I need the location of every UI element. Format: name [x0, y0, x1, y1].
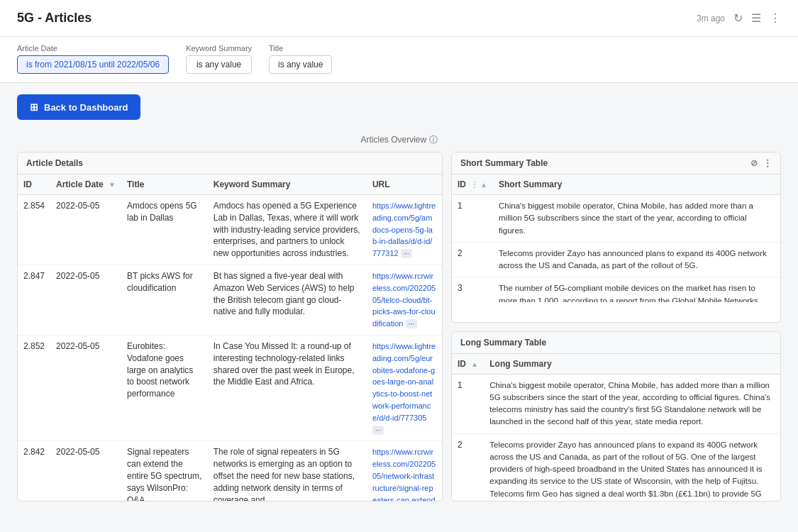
cell-url: https://www.rcrwireless.com/20220505/net… [367, 441, 442, 501]
long-summary-title: Long Summary Table [460, 338, 546, 348]
article-details-title: Article Details [26, 158, 83, 168]
col-url: URL [367, 174, 442, 195]
long-id-sort-icon: ▲ [471, 360, 478, 368]
cell-keyword: The role of signal repeaters in 5G netwo… [208, 441, 367, 501]
cell-url: https://www.lightreading.com/5g/eurobite… [367, 335, 442, 440]
short-summary-header: Short Summary Table ⊘ ⋮ [452, 153, 780, 174]
cell-id: 2.854 [18, 195, 50, 265]
tables-row: Article Details ID Article Date ▼ Title … [17, 152, 781, 501]
filter-keyword-group: Keyword Summary is any value [186, 44, 252, 74]
filter-title-group: Title is any value [269, 44, 332, 74]
filter-icon[interactable]: ☰ [751, 11, 761, 25]
long-summary-table: ID ▲ Long Summary 1 China's biggest mobi… [452, 354, 780, 502]
article-details-header-row: ID Article Date ▼ Title Keyword Summary … [18, 174, 442, 195]
table-row: 2 Telecoms provider Zayo has announced p… [452, 433, 780, 501]
cell-date: 2022-05-05 [50, 265, 121, 335]
cell-date: 2022-05-05 [50, 441, 121, 501]
short-cell-id: 2 [452, 242, 493, 277]
back-icon: ⊞ [30, 101, 38, 113]
refresh-icon[interactable]: ↻ [733, 11, 743, 25]
short-summary-table-container[interactable]: ID ⋮ ▲ Short Summary 1 China's biggest m… [452, 174, 780, 302]
short-col-summary: Short Summary [493, 174, 780, 195]
short-summary-header-row: ID ⋮ ▲ Short Summary [452, 174, 780, 195]
article-details-table: ID Article Date ▼ Title Keyword Summary … [18, 174, 442, 501]
right-panels: Short Summary Table ⊘ ⋮ ID ⋮ ▲ Short Sum… [451, 152, 781, 501]
short-cell-id: 3 [452, 277, 493, 302]
filter-title-chip[interactable]: is any value [269, 55, 332, 74]
cell-date: 2022-05-05 [50, 195, 121, 265]
long-col-id[interactable]: ID ▲ [452, 354, 484, 375]
long-cell-id: 1 [452, 374, 484, 433]
article-details-panel: Article Details ID Article Date ▼ Title … [17, 152, 443, 501]
short-summary-table: ID ⋮ ▲ Short Summary 1 China's biggest m… [452, 174, 780, 302]
col-date[interactable]: Article Date ▼ [50, 174, 121, 195]
date-sort-icon: ▼ [109, 181, 116, 189]
cell-title: Signal repeaters can extend the entire 5… [121, 441, 208, 501]
short-col-id[interactable]: ID ⋮ ▲ [452, 174, 493, 195]
short-summary-panel: Short Summary Table ⊘ ⋮ ID ⋮ ▲ Short Sum… [451, 152, 781, 323]
cell-id: 2.842 [18, 441, 50, 501]
url-more[interactable]: ··· [406, 319, 417, 328]
top-bar: 5G - Articles 3m ago ↻ ☰ ⋮ [0, 0, 798, 37]
more-icon[interactable]: ⋮ [770, 11, 781, 25]
table-row: 2.854 2022-05-05 Amdocs opens 5G lab in … [18, 195, 442, 265]
filter-bar: Article Date is from 2021/08/15 until 20… [0, 37, 798, 83]
cell-url: https://www.lightreading.com/5g/amdocs-o… [367, 195, 442, 265]
url-more[interactable]: ··· [372, 426, 384, 435]
table-row: 1 China's biggest mobile operator, China… [452, 374, 780, 433]
cell-date: 2022-05-05 [50, 335, 121, 440]
long-cell-summary: Telecoms provider Zayo has announced pla… [484, 433, 780, 501]
short-summary-check-icon[interactable]: ⊘ [750, 158, 758, 168]
short-summary-title: Short Summary Table [460, 158, 548, 168]
cell-keyword: In Case You Missed It: a round-up of int… [208, 335, 367, 440]
table-row: 2.847 2022-05-05 BT picks AWS for cloudi… [18, 265, 442, 335]
col-keyword: Keyword Summary [208, 174, 367, 195]
table-row: 2.842 2022-05-05 Signal repeaters can ex… [18, 441, 442, 501]
short-cell-summary: The number of 5G-compliant mobile device… [493, 277, 780, 302]
long-col-summary: Long Summary [484, 354, 780, 375]
timestamp: 3m ago [697, 13, 725, 23]
table-row: 2 Telecoms provider Zayo has announced p… [452, 242, 780, 277]
long-summary-header: Long Summary Table [452, 332, 780, 354]
app-title: 5G - Articles [17, 11, 92, 26]
back-to-dashboard-button[interactable]: ⊞ Back to Dashboard [17, 94, 140, 120]
url-more[interactable]: ··· [401, 249, 412, 258]
filter-keyword-chip[interactable]: is any value [186, 55, 252, 74]
filter-keyword-label: Keyword Summary [186, 44, 252, 52]
long-summary-panel: Long Summary Table ID ▲ Long Summary 1 C… [451, 331, 781, 502]
long-summary-header-row: ID ▲ Long Summary [452, 354, 780, 375]
top-bar-right: 3m ago ↻ ☰ ⋮ [697, 11, 781, 25]
long-cell-summary: China's biggest mobile operator, China M… [484, 374, 780, 433]
filter-title-label: Title [269, 44, 332, 52]
back-button-label: Back to Dashboard [44, 102, 128, 113]
main-content: ⊞ Back to Dashboard Articles Overview ⓘ … [0, 83, 798, 513]
filter-date-group: Article Date is from 2021/08/15 until 20… [17, 44, 169, 74]
table-row: 1 China's biggest mobile operator, China… [452, 195, 780, 243]
short-cell-id: 1 [452, 195, 493, 243]
col-id: ID [18, 174, 50, 195]
filter-date-chip[interactable]: is from 2021/08/15 until 2022/05/06 [17, 55, 169, 74]
long-summary-table-container[interactable]: ID ▲ Long Summary 1 China's biggest mobi… [452, 354, 780, 502]
short-summary-more-icon[interactable]: ⋮ [763, 158, 772, 168]
cell-id: 2.852 [18, 335, 50, 440]
cell-title: BT picks AWS for cloudification [121, 265, 208, 335]
articles-overview-label: Articles Overview ⓘ [17, 134, 781, 146]
filter-date-label: Article Date [17, 44, 169, 52]
cell-title: Eurobites: Vodafone goes large on analyt… [121, 335, 208, 440]
table-row: 3 The number of 5G-compliant mobile devi… [452, 277, 780, 302]
short-id-sort-icon: ⋮ ▲ [471, 181, 487, 189]
cell-title: Amdocs opens 5G lab in Dallas [121, 195, 208, 265]
cell-keyword: Bt has signed a five-year deal with Amaz… [208, 265, 367, 335]
col-title: Title [121, 174, 208, 195]
short-cell-summary: Telecoms provider Zayo has announced pla… [493, 242, 780, 277]
cell-keyword: Amdocs has opened a 5G Experience Lab in… [208, 195, 367, 265]
table-row: 2.852 2022-05-05 Eurobites: Vodafone goe… [18, 335, 442, 440]
cell-id: 2.847 [18, 265, 50, 335]
article-details-header: Article Details [18, 153, 442, 174]
short-summary-actions: ⊘ ⋮ [750, 158, 772, 168]
cell-url: https://www.rcrwireless.com/20220505/tel… [367, 265, 442, 335]
article-details-table-container[interactable]: ID Article Date ▼ Title Keyword Summary … [18, 174, 442, 501]
short-cell-summary: China's biggest mobile operator, China M… [493, 195, 780, 243]
long-cell-id: 2 [452, 433, 484, 501]
